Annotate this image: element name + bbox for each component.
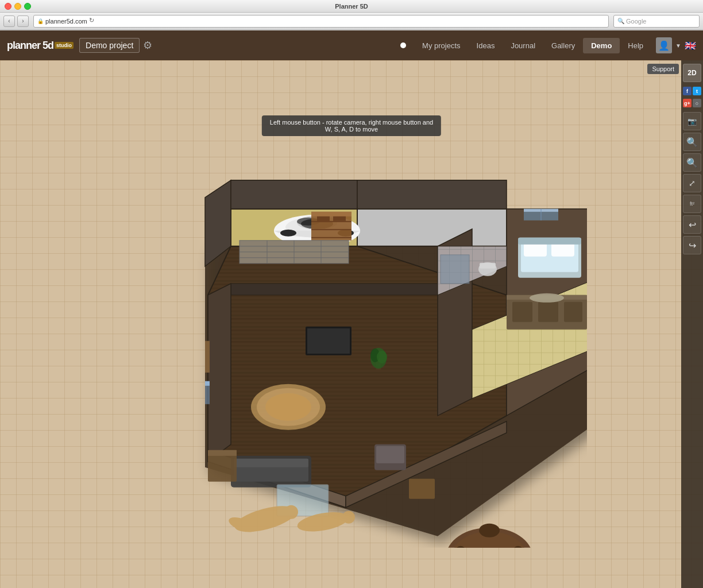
2d-label: 2D (687, 69, 696, 77)
svg-marker-22 (208, 283, 231, 461)
svg-rect-51 (234, 458, 308, 467)
social-share-area: f t (683, 87, 701, 95)
browser-toolbar: ‹ › 🔒 planner5d.com ↻ 🔍 Google (0, 13, 703, 30)
social-share-area-2: g+ ○ (683, 99, 701, 107)
maximize-button[interactable] (24, 3, 31, 10)
other-share-button[interactable]: ○ (693, 99, 701, 107)
svg-rect-37 (317, 216, 330, 220)
svg-point-60 (479, 523, 500, 537)
nav-help[interactable]: Help (620, 38, 651, 53)
close-button[interactable] (5, 3, 11, 10)
units-label: ft² (690, 201, 694, 207)
logo-area: planner 5d studio (7, 40, 74, 52)
zoom-in-icon: 🔍 (686, 137, 698, 148)
svg-rect-33 (311, 211, 352, 216)
search-placeholder: Google (626, 18, 646, 25)
tooltip-text: Left mouse button - rotate camera, right… (270, 119, 433, 133)
search-bar[interactable]: 🔍 Google (613, 15, 700, 28)
googleplus-share-button[interactable]: g+ (683, 99, 692, 107)
svg-point-45 (377, 350, 387, 363)
svg-rect-71 (564, 301, 582, 322)
twitter-share-button[interactable]: t (693, 87, 701, 95)
window-buttons (5, 3, 31, 10)
undo-icon: ↩ (689, 219, 696, 230)
zoom-in-button[interactable]: 🔍 (683, 133, 701, 151)
nav-demo[interactable]: Demo (583, 38, 620, 53)
svg-marker-16 (357, 208, 507, 246)
flag-icon[interactable]: 🇬🇧 (685, 40, 696, 51)
svg-rect-35 (311, 229, 352, 230)
fullscreen-icon: ⤢ (689, 179, 696, 188)
svg-rect-81 (441, 254, 469, 283)
forward-button[interactable]: › (17, 16, 29, 27)
search-icon: 🔍 (617, 18, 624, 24)
fullscreen-button[interactable]: ⤢ (683, 174, 701, 192)
tooltip-bar: Left mouse button - rotate camera, right… (262, 115, 441, 136)
svg-rect-36 (311, 237, 352, 238)
floorplan-container[interactable] (116, 134, 587, 547)
logo-badge: studio (55, 42, 74, 49)
support-button[interactable]: Support (647, 64, 679, 74)
settings-gear-icon[interactable]: ⚙ (143, 39, 152, 52)
svg-rect-92 (208, 450, 237, 455)
nav-my-projects[interactable]: My projects (414, 38, 468, 53)
svg-point-48 (265, 393, 311, 420)
zoom-out-button[interactable]: 🔍 (683, 153, 701, 172)
floorplan-svg (116, 134, 587, 547)
browser-chrome: Planner 5D ‹ › 🔒 planner5d.com ↻ 🔍 Googl… (0, 0, 703, 30)
zoom-out-icon: 🔍 (686, 157, 698, 168)
undo-button[interactable]: ↩ (683, 215, 701, 234)
user-dropdown-arrow[interactable]: ▼ (675, 42, 681, 49)
svg-rect-85 (205, 341, 210, 372)
nav-gallery[interactable]: Gallery (543, 38, 583, 53)
right-sidebar: 2D f t g+ ○ 📷 🔍 🔍 (681, 60, 703, 588)
units-toggle-button[interactable]: ft² (683, 195, 701, 213)
app-header: planner 5d studio Demo project ⚙ My proj… (0, 30, 703, 60)
facebook-share-button[interactable]: f (683, 87, 692, 95)
address-text: planner5d.com (45, 18, 87, 25)
svg-rect-90 (409, 478, 435, 498)
app-container: planner 5d studio Demo project ⚙ My proj… (0, 30, 703, 588)
nav-ideas[interactable]: Ideas (469, 38, 503, 53)
nav-links: My projects Ideas Journal Gallery Demo H… (414, 38, 651, 53)
svg-marker-94 (357, 180, 507, 208)
back-button[interactable]: ‹ (3, 16, 15, 27)
user-avatar[interactable]: 👤 (656, 37, 672, 53)
lock-icon: 🔒 (37, 18, 44, 24)
svg-point-57 (342, 510, 355, 523)
browser-title: Planner 5D (335, 3, 368, 10)
svg-point-29 (280, 229, 296, 236)
minimize-button[interactable] (14, 3, 21, 10)
main-area: Left mouse button - rotate camera, right… (0, 60, 703, 588)
svg-point-54 (284, 505, 298, 519)
camera-icon: 📷 (687, 117, 697, 126)
svg-rect-89 (376, 446, 404, 463)
refresh-button[interactable]: ↻ (89, 17, 98, 26)
nav-journal[interactable]: Journal (503, 38, 543, 53)
svg-rect-70 (538, 301, 558, 322)
svg-rect-38 (333, 216, 346, 220)
address-bar[interactable]: 🔒 planner5d.com ↻ (33, 15, 609, 28)
svg-point-72 (530, 293, 564, 302)
nav-dot (400, 42, 406, 48)
redo-button[interactable]: ↪ (683, 236, 701, 254)
logo-text: planner 5d (7, 40, 53, 52)
browser-titlebar: Planner 5D (0, 0, 703, 13)
user-area: 👤 ▼ 🇬🇧 (656, 37, 696, 53)
svg-rect-41 (307, 328, 350, 353)
svg-marker-19 (231, 283, 438, 295)
svg-rect-87 (205, 381, 210, 385)
view-2d-button[interactable]: 2D (683, 64, 701, 82)
project-name[interactable]: Demo project (79, 38, 140, 53)
redo-icon: ↪ (689, 240, 696, 251)
svg-rect-77 (518, 237, 581, 244)
svg-marker-93 (231, 180, 357, 208)
svg-rect-34 (311, 220, 352, 222)
svg-rect-69 (512, 301, 532, 322)
svg-rect-83 (480, 262, 496, 268)
screenshot-button[interactable]: 📷 (683, 112, 701, 130)
